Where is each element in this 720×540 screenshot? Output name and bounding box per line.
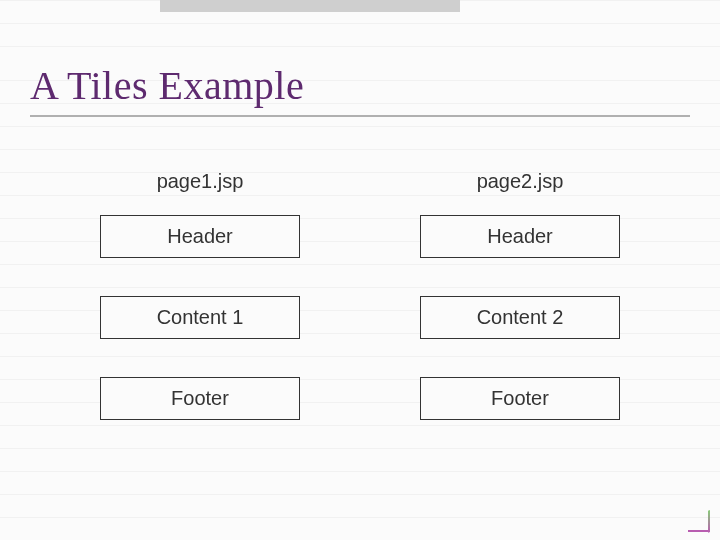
slide-title: A Tiles Example bbox=[30, 62, 690, 109]
tile-header-left: Header bbox=[100, 215, 300, 258]
tile-content-right: Content 2 bbox=[420, 296, 620, 339]
tiles-diagram-row: page1.jsp Header Content 1 Footer page2.… bbox=[0, 170, 720, 420]
tile-footer-right: Footer bbox=[420, 377, 620, 420]
title-underline bbox=[30, 115, 690, 117]
page-label-left: page1.jsp bbox=[157, 170, 244, 193]
tile-footer-left: Footer bbox=[100, 377, 300, 420]
page-label-right: page2.jsp bbox=[477, 170, 564, 193]
page-column-right: page2.jsp Header Content 2 Footer bbox=[420, 170, 620, 420]
tile-content-left: Content 1 bbox=[100, 296, 300, 339]
slide-content: A Tiles Example bbox=[0, 0, 720, 117]
corner-accent-icon bbox=[688, 510, 710, 532]
tile-header-right: Header bbox=[420, 215, 620, 258]
page-column-left: page1.jsp Header Content 1 Footer bbox=[100, 170, 300, 420]
